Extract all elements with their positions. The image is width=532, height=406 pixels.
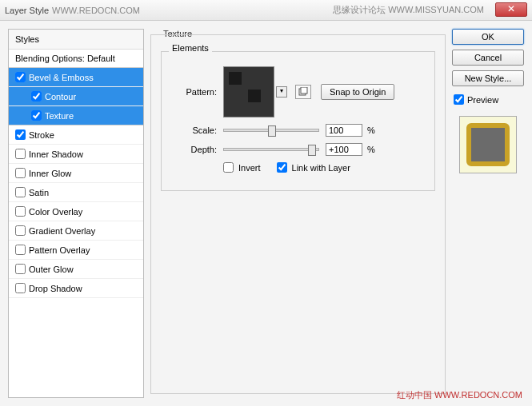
effect-inner-glow[interactable]: Inner Glow [9,164,143,183]
scale-unit: % [367,125,375,135]
gradient-overlay-checkbox[interactable] [15,225,26,236]
elements-title: Elements [169,43,212,53]
preview-thumbnail [459,116,517,173]
settings-panel: Texture Elements Pattern: ▾ Snap to Orig… [150,29,446,398]
pattern-overlay-checkbox[interactable] [15,245,26,255]
new-style-button[interactable]: New Style... [452,70,524,86]
effect-gradient-overlay[interactable]: Gradient Overlay [9,221,143,241]
contour-checkbox[interactable] [31,91,42,102]
depth-unit: % [367,145,375,154]
bevel-checkbox[interactable] [15,72,26,82]
titlebar: Layer Style WWW.REDOCN.COM 思缘设计论坛 WWW.MI… [0,0,532,21]
snap-to-origin-button[interactable]: Snap to Origin [321,84,394,100]
link-with-layer-checkbox[interactable] [277,162,287,173]
depth-label: Depth: [173,145,217,154]
outer-glow-checkbox[interactable] [15,264,26,274]
effect-stroke[interactable]: Stroke [9,125,143,145]
close-button[interactable]: ✕ [495,2,527,17]
preview-label: Preview [467,95,498,105]
styles-list: Styles Blending Options: Default Bevel &… [8,29,144,398]
effect-drop-shadow[interactable]: Drop Shadow [9,279,143,298]
effect-bevel-emboss[interactable]: Bevel & Emboss [9,68,143,87]
pattern-label: Pattern: [173,87,217,97]
depth-input[interactable] [326,143,362,156]
drop-shadow-checkbox[interactable] [15,283,26,293]
color-overlay-checkbox[interactable] [15,206,26,217]
satin-checkbox[interactable] [15,187,26,197]
effect-texture[interactable]: Texture [9,106,143,125]
invert-checkbox[interactable] [223,162,234,173]
new-pattern-icon[interactable] [295,85,311,99]
cancel-button[interactable]: Cancel [452,50,524,66]
effect-satin[interactable]: Satin [9,183,143,202]
effect-outer-glow[interactable]: Outer Glow [9,260,143,279]
pattern-dropdown-icon[interactable]: ▾ [276,86,287,98]
effect-color-overlay[interactable]: Color Overlay [9,202,143,221]
scale-input[interactable] [326,124,362,137]
scale-slider[interactable] [223,129,319,132]
effect-inner-shadow[interactable]: Inner Shadow [9,145,143,164]
window-title: Layer Style [5,6,49,15]
svg-rect-1 [301,87,307,94]
inner-shadow-checkbox[interactable] [15,149,26,159]
stroke-checkbox[interactable] [15,129,26,140]
effect-pattern-overlay[interactable]: Pattern Overlay [9,241,143,260]
effect-contour[interactable]: Contour [9,87,143,106]
ok-button[interactable]: OK [452,29,524,45]
styles-header[interactable]: Styles [9,30,143,50]
depth-slider[interactable] [223,148,319,151]
inner-glow-checkbox[interactable] [15,168,26,178]
footer-watermark: 红动中国 WWW.REDOCN.COM [397,389,522,401]
watermark-left: WWW.REDOCN.COM [52,6,140,15]
link-with-layer-label: Link with Layer [292,163,350,173]
invert-label: Invert [238,163,261,173]
pattern-swatch[interactable] [223,66,274,117]
texture-checkbox[interactable] [31,110,42,121]
blending-options-row[interactable]: Blending Options: Default [9,50,143,68]
dialog-buttons: OK Cancel New Style... Preview [452,29,524,398]
preview-checkbox[interactable] [454,94,464,105]
watermark-right: 思缘设计论坛 WWW.MISSYUAN.COM [333,4,484,16]
scale-label: Scale: [173,125,217,135]
